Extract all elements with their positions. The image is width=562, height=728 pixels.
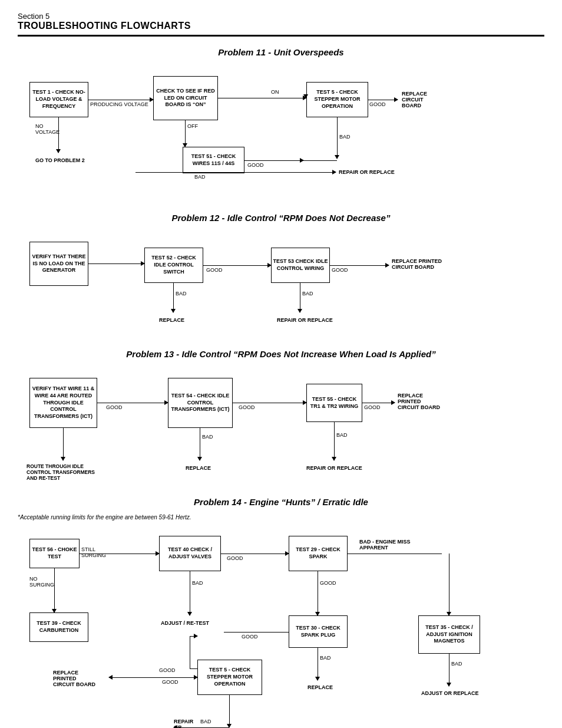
label-still-surging: STILLSURGING: [81, 546, 106, 558]
arrow-bad-t5: [229, 695, 230, 727]
label-bad-engine-miss: BAD - ENGINE MISSAPPARENT: [359, 539, 411, 551]
label-repair-t55: REPAIR OR REPLACE: [306, 465, 362, 471]
arrow-test5-replace: [368, 100, 398, 100]
section-title: TROUBLESHOOTING FLOWCHARTS: [18, 21, 544, 31]
label-adjust-retest: ADJUST / RE-TEST: [161, 620, 209, 626]
label-replace-pcb12: REPLACE PRINTEDCIRCUIT BOARD: [392, 258, 442, 270]
arrow-t55-replace: [362, 403, 395, 403]
test53-box: TEST 53 CHECK IDLE CONTROL WIRING: [271, 248, 330, 283]
arrow-verify-t54: [97, 403, 168, 403]
arrow-t54-t55: [233, 403, 306, 403]
problem-12-title: Problem 12 - Idle Control “RPM Does Not …: [18, 213, 544, 223]
line-bad-t29: [348, 554, 442, 554]
section-label: Section 5: [18, 12, 544, 21]
label-replace-pcb14: REPLACEPRINTEDCIRCUIT BOARD: [53, 670, 95, 687]
problem-12-section: Problem 12 - Idle Control “RPM Does Not …: [18, 213, 544, 336]
label-adjust-replace: ADJUST OR REPLACE: [421, 690, 479, 696]
label-bad-t53: BAD: [302, 291, 313, 297]
label-replace-t30: REPLACE: [308, 684, 333, 690]
arrow-bad-t53: [300, 283, 300, 312]
label-no-surging: NOSURGING: [29, 576, 54, 588]
label-bad-test5: BAD: [339, 134, 351, 140]
line-bad-p11: [135, 172, 183, 173]
test39-box: TEST 39 - CHECK CARBURETION: [29, 612, 88, 642]
label-good-t55: GOOD: [364, 404, 381, 410]
arrow-novoltage: [58, 117, 59, 153]
test52-box: TEST 52 - CHECK IDLE CONTROL SWITCH: [144, 248, 203, 283]
label-good-t40: GOOD: [227, 555, 243, 561]
arrow-verify-t52: [88, 263, 144, 264]
label-replace-cb: REPLACECIRCUITBOARD: [402, 91, 427, 108]
label-repair-t53: REPAIR OR REPLACE: [277, 317, 333, 323]
line-adjust-right: [190, 668, 197, 669]
label-good-t52: GOOD: [206, 267, 223, 273]
label-on: ON: [271, 89, 279, 95]
arrow-bad-miss-t35: [449, 554, 449, 615]
test29-box: TEST 29 - CHECK SPARK: [289, 536, 348, 571]
problem-11-section: Problem 11 - Unit Overspeeds TEST 1 - CH…: [18, 47, 544, 200]
problem-11-title: Problem 11 - Unit Overspeeds: [18, 47, 544, 57]
problem-14-title: Problem 14 - Engine “Hunts” / Erratic Id…: [18, 497, 544, 507]
arrow-right-test5: [218, 98, 306, 98]
arrow-t5-replace-pcb: [109, 677, 197, 678]
test5-p11-box: TEST 5 - CHECK STEPPER MOTOR OPERATION: [306, 82, 368, 117]
arrow-bad-test5: [337, 117, 338, 159]
arrow-bad-t54: [200, 428, 200, 460]
label-good-t54: GOOD: [239, 404, 255, 410]
label-bad-t40: BAD: [192, 580, 203, 586]
label-good-test51: GOOD: [247, 162, 264, 168]
arrow-bad-t52: [173, 283, 174, 312]
test56-box: TEST 56 - CHOKE TEST: [29, 539, 80, 568]
label-good-t30-line: GOOD: [242, 634, 258, 640]
label-good-verify: GOOD: [106, 404, 123, 410]
arrow-bad-repair: [183, 172, 336, 173]
label-good-adjust: GOOD: [162, 679, 178, 685]
arrow-t53-replace: [330, 265, 389, 266]
test1-box: TEST 1 - CHECK NO-LOAD VOLTAGE & FREQUEN…: [29, 82, 88, 117]
label-bad-t35: BAD: [451, 661, 462, 667]
arrow-t40-t29: [221, 554, 289, 554]
label-producing: PRODUCING VOLTAGE: [90, 101, 148, 107]
label-good-t5: GOOD: [159, 667, 176, 673]
test30-box: TEST 30 - CHECK SPARK PLUG: [289, 615, 348, 648]
verify-noload-box: VERIFY THAT THERE IS NO LOAD ON THE GENE…: [29, 242, 88, 286]
label-bad-t54: BAD: [202, 434, 213, 440]
arrow-bad-t30: [318, 648, 318, 680]
arrow-off-test51: [185, 120, 186, 147]
test40-box: TEST 40 CHECK / ADJUST VALVES: [159, 536, 221, 571]
arrow-adjust-t5: [190, 636, 197, 637]
label-bad-t5: BAD: [200, 719, 211, 724]
problem-13-section: Problem 13 - Idle Control “RPM Does Not …: [18, 349, 544, 484]
p14-note: *Acceptable running limits for the engin…: [18, 514, 544, 521]
label-go-problem2: GO TO PROBLEM 2: [35, 157, 85, 163]
arrow-bad-t55: [334, 422, 335, 460]
line-bad-test5-repair: [244, 160, 337, 161]
problem-12-flowchart: VERIFY THAT THERE IS NO LOAD ON THE GENE…: [18, 230, 544, 336]
label-off: OFF: [187, 123, 198, 129]
check-red-led-box: CHECK TO SEE IF RED LED ON CIRCUIT BOARD…: [153, 76, 218, 120]
label-replace-pcb13: REPLACEPRINTEDCIRCUIT BOARD: [398, 393, 440, 410]
problem-14-section: Problem 14 - Engine “Hunts” / Erratic Id…: [18, 497, 544, 728]
label-route-through: ROUTE THROUGH IDLECONTROL TRANSFORMERSAN…: [27, 463, 95, 481]
page-header: Section 5 TROUBLESHOOTING FLOWCHARTS: [18, 12, 544, 37]
label-replace-t52: REPLACE: [159, 317, 184, 323]
label-good-p11: GOOD: [369, 101, 386, 107]
label-good-t29: GOOD: [320, 580, 336, 586]
problem-13-title: Problem 13 - Idle Control “RPM Does Not …: [18, 349, 544, 359]
line-adjust-down: [190, 636, 190, 668]
label-good-t53: GOOD: [332, 267, 348, 273]
label-bad-p11: BAD: [194, 174, 206, 180]
arrow-bad-t40: [190, 571, 190, 615]
test35-box: TEST 35 - CHECK / ADJUST IGNITION MAGNET…: [418, 615, 480, 654]
arrow-bad-verify: [63, 428, 64, 460]
label-bad-t30: BAD: [320, 655, 331, 661]
problem-11-flowchart: TEST 1 - CHECK NO-LOAD VOLTAGE & FREQUEN…: [18, 64, 544, 200]
arrow-good-t29-down: [318, 571, 318, 615]
test51-box: TEST 51 - CHECK WIRES 11S / 44S: [183, 147, 244, 173]
verify-wire-box: VERIFY THAT WIRE 11 & WIRE 44 ARE ROUTED…: [29, 378, 97, 428]
line-t30-good: [224, 632, 289, 633]
arrow-t1-led: [88, 100, 153, 100]
label-bad-t5-repair-label: REPAIRORREPLACE: [174, 719, 199, 728]
problem-13-flowchart: VERIFY THAT WIRE 11 & WIRE 44 ARE ROUTED…: [18, 366, 544, 484]
arrow-bad-t35: [449, 654, 449, 686]
